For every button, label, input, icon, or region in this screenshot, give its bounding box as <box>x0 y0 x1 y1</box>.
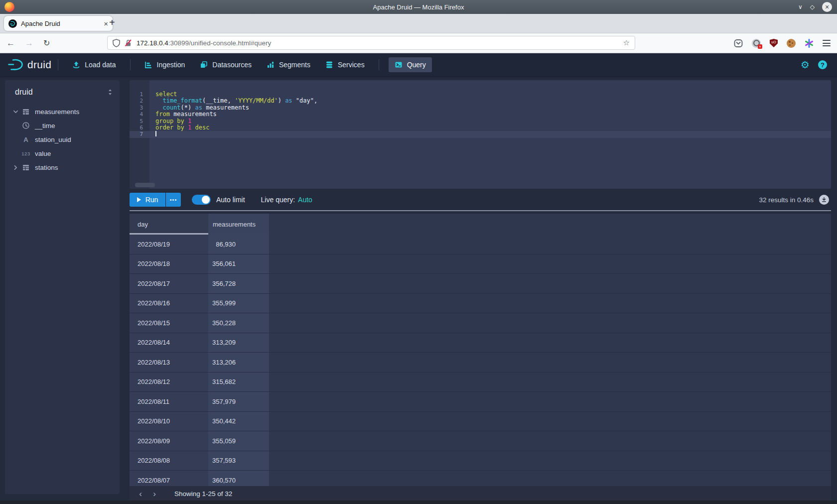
cell-measurements[interactable]: 350,228 <box>208 313 269 333</box>
results-body: 2022/08/1986,9302022/08/18356,0612022/08… <box>130 235 831 486</box>
nav-item-load-data[interactable]: Load data <box>65 53 123 76</box>
extension-icon[interactable]: × <box>752 39 761 48</box>
code-line[interactable]: select <box>149 91 831 98</box>
tracking-shield-icon[interactable] <box>113 39 120 47</box>
cell-day[interactable]: 2022/08/08 <box>130 451 208 471</box>
nav-item-ingestion[interactable]: Ingestion <box>137 53 193 76</box>
nav-item-label: Ingestion <box>157 61 185 69</box>
table-row: 2022/08/1986,930 <box>130 235 831 254</box>
forward-button[interactable]: → <box>25 38 33 48</box>
reload-button[interactable]: ↻ <box>43 38 50 48</box>
tree-item-stations[interactable]: stations <box>5 160 120 174</box>
chevron-right-icon[interactable] <box>10 164 20 171</box>
code-line[interactable]: count(*) as measurements <box>149 105 831 111</box>
editor-hscrollbar-thumb[interactable] <box>135 183 155 187</box>
navbar-divider <box>130 59 131 70</box>
table-row: 2022/08/11357,979 <box>130 392 831 412</box>
chevron-down-icon[interactable] <box>10 109 20 115</box>
cell-measurements[interactable]: 356,728 <box>208 274 269 293</box>
bookmark-star-icon[interactable]: ☆ <box>623 38 630 47</box>
table-icon <box>20 108 31 116</box>
tab-close-icon[interactable]: × <box>104 20 108 27</box>
nav-item-query-active[interactable]: Query <box>389 57 432 72</box>
table-row: 2022/08/15350,228 <box>130 313 831 333</box>
cell-measurements[interactable]: 355,059 <box>208 431 269 451</box>
nav-item-datasources[interactable]: Datasources <box>192 53 259 76</box>
browser-tab[interactable]: Apache Druid × <box>4 16 113 31</box>
cell-measurements[interactable]: 313,206 <box>208 353 269 372</box>
cell-measurements[interactable]: 356,061 <box>208 254 269 274</box>
nav-item-services[interactable]: Services <box>318 53 372 76</box>
code-line[interactable]: group by 1 <box>149 118 831 125</box>
cell-day[interactable]: 2022/08/18 <box>130 254 208 274</box>
live-query-label: Live query: <box>261 196 295 204</box>
cell-day[interactable]: 2022/08/14 <box>130 333 208 353</box>
cell-measurements[interactable]: 357,979 <box>208 392 269 411</box>
window-maximize-icon[interactable]: ◇ <box>810 4 815 10</box>
cell-day[interactable]: 2022/08/10 <box>130 412 208 431</box>
help-icon[interactable]: ? <box>818 60 827 69</box>
nav-item-segments[interactable]: Segments <box>259 53 318 76</box>
tree-item-label: stations <box>35 164 58 171</box>
tree-item-label: value <box>35 150 51 157</box>
cell-day[interactable]: 2022/08/19 <box>130 235 208 254</box>
tree-item-value[interactable]: 123 value <box>5 146 120 160</box>
header-filler <box>269 214 831 235</box>
string-type-icon: A <box>20 136 31 143</box>
ublock-origin-icon[interactable]: uO <box>770 39 778 47</box>
gantt-chart-icon <box>144 61 152 69</box>
settings-gear-icon[interactable]: ⚙ <box>801 60 810 70</box>
cookie-extension-icon[interactable] <box>787 39 796 48</box>
url-bar[interactable]: 172.18.0.4:30899/unified-console.html#qu… <box>107 36 635 50</box>
play-icon <box>137 197 141 202</box>
tree-item-time[interactable]: __time <box>5 119 120 132</box>
asterisk-extension-icon[interactable] <box>805 39 814 48</box>
live-query-value[interactable]: Auto <box>298 196 312 204</box>
cell-measurements[interactable]: 357,593 <box>208 451 269 471</box>
cell-measurements[interactable]: 315,682 <box>208 373 269 392</box>
column-header-measurements[interactable]: measurements <box>208 214 269 235</box>
run-button[interactable]: Run <box>130 193 165 207</box>
cell-measurements[interactable]: 313,209 <box>208 333 269 353</box>
cell-measurements[interactable]: 355,999 <box>208 294 269 313</box>
cell-day[interactable]: 2022/08/16 <box>130 294 208 313</box>
previous-page-icon[interactable]: ‹ <box>134 490 147 498</box>
swap-vertical-icon[interactable] <box>107 88 114 96</box>
druid-wordmark: druid <box>27 59 51 71</box>
tree-item-measurements[interactable]: measurements <box>5 105 120 119</box>
sql-editor[interactable]: 1234567 select time_format(__time, 'YYYY… <box>130 80 831 189</box>
cell-measurements[interactable]: 360,570 <box>208 471 269 486</box>
cell-day[interactable]: 2022/08/13 <box>130 353 208 372</box>
code-line[interactable]: time_format(__time, 'YYYY/MM/dd') as "da… <box>149 98 831 104</box>
tree-item-station-uuid[interactable]: A station_uuid <box>5 132 120 146</box>
editor-code[interactable]: select time_format(__time, 'YYYY/MM/dd')… <box>149 80 831 189</box>
back-button[interactable]: ← <box>6 38 15 48</box>
insecure-lock-icon[interactable] <box>125 39 132 47</box>
auto-limit-toggle[interactable] <box>192 195 211 205</box>
cell-day[interactable]: 2022/08/11 <box>130 392 208 411</box>
new-tab-button[interactable]: + <box>109 17 115 27</box>
text-cursor <box>155 131 156 136</box>
nav-item-label: Services <box>338 61 365 69</box>
code-line[interactable] <box>149 131 831 137</box>
schema-tree: measurements __time A station_uuid 123 v… <box>5 105 120 174</box>
menu-hamburger-icon[interactable] <box>823 40 831 46</box>
cell-day[interactable]: 2022/08/12 <box>130 373 208 392</box>
url-text[interactable]: 172.18.0.4:30899/unified-console.html#qu… <box>137 39 271 47</box>
cell-measurements[interactable]: 86,930 <box>208 235 269 254</box>
pocket-icon[interactable] <box>734 39 743 48</box>
cell-day[interactable]: 2022/08/17 <box>130 274 208 293</box>
window-minimize-icon[interactable]: ∨ <box>798 4 803 10</box>
cell-day[interactable]: 2022/08/07 <box>130 471 208 486</box>
druid-logo[interactable]: druid <box>7 58 51 72</box>
next-page-icon[interactable]: › <box>147 490 161 498</box>
download-results-icon[interactable] <box>819 195 829 205</box>
column-header-day[interactable]: day <box>130 214 208 235</box>
cell-measurements[interactable]: 350,442 <box>208 412 269 431</box>
window-close-icon[interactable]: × <box>822 2 832 12</box>
code-line[interactable]: from measurements <box>149 111 831 118</box>
run-more-options-button[interactable]: ••• <box>166 193 181 207</box>
cell-day[interactable]: 2022/08/09 <box>130 431 208 451</box>
cell-day[interactable]: 2022/08/15 <box>130 313 208 333</box>
code-line[interactable]: order by 1 desc <box>149 125 831 131</box>
